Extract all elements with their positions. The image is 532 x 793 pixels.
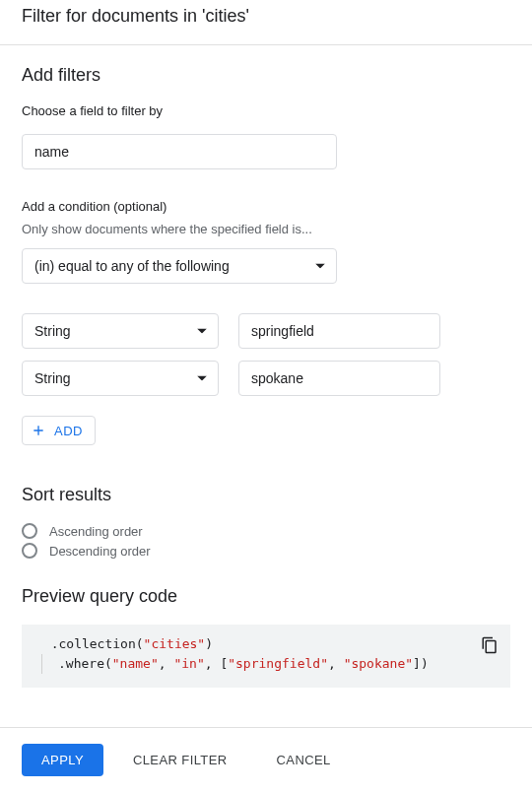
- value-type-select-1[interactable]: String: [22, 313, 219, 349]
- value-input-2[interactable]: [238, 361, 440, 396]
- value-type-2: String: [34, 370, 71, 386]
- dialog-header: Filter for documents in 'cities': [0, 0, 532, 45]
- sort-option-label: Descending order: [49, 544, 151, 559]
- code-preview-text: .collection("cities") .where("name", "in…: [35, 634, 497, 674]
- code-preview-block: .collection("cities") .where("name", "in…: [22, 625, 510, 688]
- value-input-1[interactable]: [238, 313, 440, 349]
- condition-helper-text: Only show documents where the specified …: [22, 222, 510, 236]
- condition-operator-select[interactable]: (in) equal to any of the following: [22, 248, 337, 284]
- cancel-button[interactable]: CANCEL: [257, 744, 351, 776]
- radio-icon: [22, 523, 37, 539]
- choose-field-label: Choose a field to filter by: [22, 103, 510, 118]
- plus-icon: [31, 423, 46, 438]
- copy-code-button[interactable]: [479, 634, 500, 656]
- value-type-select-2[interactable]: String: [22, 361, 219, 396]
- clear-filter-button[interactable]: CLEAR FILTER: [113, 744, 247, 776]
- field-input[interactable]: [22, 134, 337, 169]
- add-condition-label: Add a condition (optional): [22, 199, 510, 214]
- sort-results-title: Sort results: [22, 485, 510, 505]
- sort-option-ascending[interactable]: Ascending order: [22, 523, 510, 539]
- apply-button[interactable]: APPLY: [22, 744, 103, 776]
- preview-query-title: Preview query code: [22, 586, 510, 607]
- page-title: Filter for documents in 'cities': [22, 6, 510, 27]
- dialog-footer: APPLY CLEAR FILTER CANCEL: [0, 727, 532, 792]
- condition-operator-value: (in) equal to any of the following: [34, 258, 230, 274]
- add-value-button[interactable]: ADD: [22, 416, 96, 445]
- radio-icon: [22, 543, 37, 559]
- value-type-1: String: [34, 323, 71, 339]
- sort-option-descending[interactable]: Descending order: [22, 543, 510, 559]
- copy-icon: [481, 636, 499, 654]
- add-value-label: ADD: [54, 424, 83, 438]
- sort-option-label: Ascending order: [49, 524, 143, 539]
- add-filters-title: Add filters: [22, 65, 510, 86]
